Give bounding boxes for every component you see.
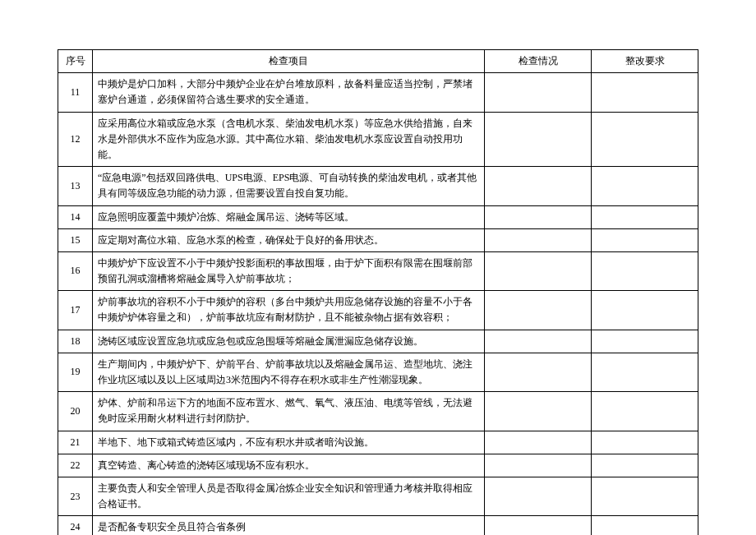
cell-status xyxy=(485,73,592,112)
cell-item: 炉前事故坑的容积不小于中频炉的容积（多台中频炉共用应急储存设施的容量不小于各中频… xyxy=(93,291,485,330)
cell-item: 应定期对高位水箱、应急水泵的检查，确保处于良好的备用状态。 xyxy=(93,228,485,251)
cell-status xyxy=(485,112,592,167)
cell-status xyxy=(485,454,592,477)
inspection-table: 序号 检查项目 检查情况 整改要求 11中频炉是炉口加料，大部分中频炉企业在炉台… xyxy=(58,49,698,535)
cell-seq: 22 xyxy=(58,454,93,477)
cell-item: 真空铸造、离心铸造的浇铸区域现场不应有积水。 xyxy=(93,454,485,477)
cell-status xyxy=(485,330,592,353)
cell-item: 炉体、炉前和吊运下方的地面不应布置水、燃气、氧气、液压油、电缆等管线，无法避免时… xyxy=(93,392,485,431)
cell-seq: 12 xyxy=(58,112,93,167)
cell-status xyxy=(485,392,592,431)
table-row: 21半地下、地下或箱式铸造区域内，不应有积水井或者暗沟设施。 xyxy=(58,431,698,454)
table-row: 14应急照明应覆盖中频炉冶炼、熔融金属吊运、浇铸等区域。 xyxy=(58,205,698,228)
cell-req xyxy=(592,353,698,391)
cell-status xyxy=(485,167,592,205)
cell-item: “应急电源”包括双回路供电、UPS电源、EPS电源、可自动转换的柴油发电机，或者… xyxy=(93,167,485,205)
cell-req xyxy=(592,251,698,290)
cell-req xyxy=(592,392,698,431)
table-row: 24是否配备专职安全员且符合省条例 xyxy=(58,516,698,535)
cell-item: 生产期间内，中频炉炉下、炉前平台、炉前事故坑以及熔融金属吊运、造型地坑、浇注作业… xyxy=(93,353,485,391)
header-status: 检查情况 xyxy=(485,50,592,73)
table-body: 11中频炉是炉口加料，大部分中频炉企业在炉台堆放原料，故备料量应适当控制，严禁堵… xyxy=(58,73,698,535)
cell-status xyxy=(485,251,592,290)
cell-req xyxy=(592,454,698,477)
cell-item: 是否配备专职安全员且符合省条例 xyxy=(93,516,485,535)
cell-item: 应急照明应覆盖中频炉冶炼、熔融金属吊运、浇铸等区域。 xyxy=(93,205,485,228)
cell-seq: 14 xyxy=(58,205,93,228)
cell-seq: 15 xyxy=(58,228,93,251)
table-row: 23主要负责人和安全管理人员是否取得金属冶炼企业安全知识和管理通力考核并取得相应… xyxy=(58,477,698,515)
header-item: 检查项目 xyxy=(93,50,485,73)
cell-req xyxy=(592,477,698,515)
table-row: 11中频炉是炉口加料，大部分中频炉企业在炉台堆放原料，故备料量应适当控制，严禁堵… xyxy=(58,73,698,112)
cell-item: 应采用高位水箱或应急水泵（含电机水泵、柴油发电机水泵）等应急水供给措施，自来水是… xyxy=(93,112,485,167)
cell-req xyxy=(592,167,698,205)
table-row: 12应采用高位水箱或应急水泵（含电机水泵、柴油发电机水泵）等应急水供给措施，自来… xyxy=(58,112,698,167)
cell-req xyxy=(592,112,698,167)
cell-status xyxy=(485,291,592,330)
cell-status xyxy=(485,228,592,251)
table-row: 22真空铸造、离心铸造的浇铸区域现场不应有积水。 xyxy=(58,454,698,477)
cell-item: 中频炉炉下应设置不小于中频炉投影面积的事故围堰，由于炉下面积有限需在围堰前部预留… xyxy=(93,251,485,290)
table-row: 15应定期对高位水箱、应急水泵的检查，确保处于良好的备用状态。 xyxy=(58,228,698,251)
cell-status xyxy=(485,477,592,515)
cell-req xyxy=(592,516,698,535)
cell-seq: 13 xyxy=(58,167,93,205)
table-header-row: 序号 检查项目 检查情况 整改要求 xyxy=(58,50,698,73)
cell-seq: 19 xyxy=(58,353,93,391)
cell-seq: 24 xyxy=(58,516,93,535)
cell-req xyxy=(592,228,698,251)
cell-seq: 23 xyxy=(58,477,93,515)
table-row: 13“应急电源”包括双回路供电、UPS电源、EPS电源、可自动转换的柴油发电机，… xyxy=(58,167,698,205)
table-row: 18浇铸区域应设置应急坑或应急包或应急围堰等熔融金属泄漏应急储存设施。 xyxy=(58,330,698,353)
cell-item: 中频炉是炉口加料，大部分中频炉企业在炉台堆放原料，故备料量应适当控制，严禁堵塞炉… xyxy=(93,73,485,112)
cell-req xyxy=(592,205,698,228)
cell-status xyxy=(485,516,592,535)
cell-status xyxy=(485,353,592,391)
table-row: 19生产期间内，中频炉炉下、炉前平台、炉前事故坑以及熔融金属吊运、造型地坑、浇注… xyxy=(58,353,698,391)
cell-seq: 21 xyxy=(58,431,93,454)
cell-req xyxy=(592,431,698,454)
cell-seq: 11 xyxy=(58,73,93,112)
cell-item: 主要负责人和安全管理人员是否取得金属冶炼企业安全知识和管理通力考核并取得相应合格… xyxy=(93,477,485,515)
cell-item: 半地下、地下或箱式铸造区域内，不应有积水井或者暗沟设施。 xyxy=(93,431,485,454)
cell-req xyxy=(592,330,698,353)
table-row: 20炉体、炉前和吊运下方的地面不应布置水、燃气、氧气、液压油、电缆等管线，无法避… xyxy=(58,392,698,431)
table-row: 16中频炉炉下应设置不小于中频炉投影面积的事故围堰，由于炉下面积有限需在围堰前部… xyxy=(58,251,698,290)
cell-seq: 20 xyxy=(58,392,93,431)
header-seq: 序号 xyxy=(58,50,93,73)
cell-status xyxy=(485,205,592,228)
cell-req xyxy=(592,73,698,112)
cell-seq: 18 xyxy=(58,330,93,353)
cell-seq: 17 xyxy=(58,291,93,330)
cell-item: 浇铸区域应设置应急坑或应急包或应急围堰等熔融金属泄漏应急储存设施。 xyxy=(93,330,485,353)
table-row: 17炉前事故坑的容积不小于中频炉的容积（多台中频炉共用应急储存设施的容量不小于各… xyxy=(58,291,698,330)
cell-req xyxy=(592,291,698,330)
header-req: 整改要求 xyxy=(592,50,698,73)
cell-seq: 16 xyxy=(58,251,93,290)
cell-status xyxy=(485,431,592,454)
